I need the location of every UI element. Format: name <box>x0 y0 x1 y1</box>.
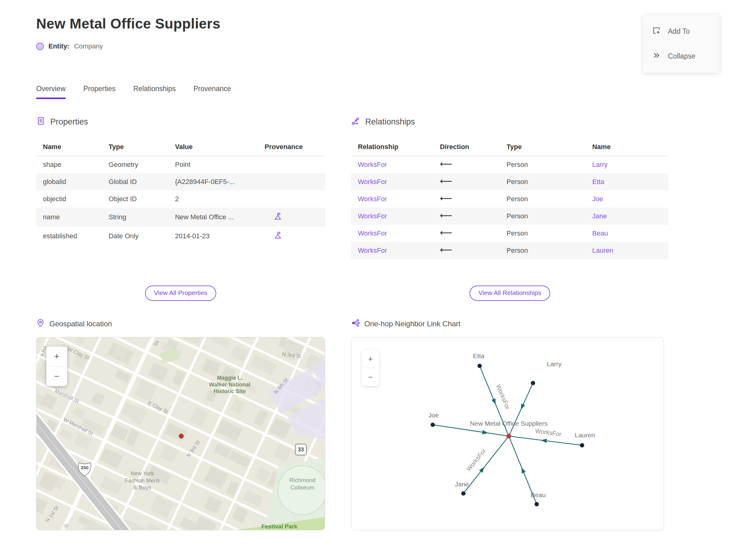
entity-type-value: Company <box>74 42 103 50</box>
tab-relationships[interactable]: Relationships <box>133 85 176 99</box>
chart-node-label: Joe <box>428 412 439 419</box>
map-label: Fashion Mens <box>125 478 159 484</box>
chart-node[interactable] <box>461 491 466 496</box>
entity-type-icon <box>36 43 44 50</box>
entity-type-cell: Person <box>504 156 589 174</box>
property-type: Date Only <box>105 227 172 246</box>
entity-type-cell: Person <box>504 173 589 190</box>
link-chart[interactable]: + − WorksForWorksForWorksForEttaLarryJoe… <box>351 337 664 530</box>
relationship-type-link[interactable]: WorksFor <box>358 212 387 220</box>
property-name: established <box>36 227 105 246</box>
entity-type-cell: Person <box>504 190 589 208</box>
entity-name-link[interactable]: Jane <box>592 212 607 220</box>
entity-type-cell: Person <box>504 242 589 259</box>
chart-edge-label: WorksFor <box>495 383 511 410</box>
map-zoom-out-button[interactable]: − <box>46 366 67 386</box>
map-pin-icon <box>36 319 45 329</box>
property-row: shapeGeometryPoint <box>36 156 325 174</box>
relationships-table: RelationshipDirectionTypeName WorksFor⟵P… <box>351 139 669 259</box>
property-provenance[interactable] <box>262 208 325 227</box>
map-zoom-in-button[interactable]: + <box>46 347 67 366</box>
map-label: Festival Park <box>261 523 297 530</box>
property-row: nameStringNew Metal Office ... <box>36 208 325 227</box>
map[interactable]: + − 25033k RdW Clay StSaN 3rd StN 4th St… <box>36 337 325 530</box>
link-chart-zoom-in-button[interactable]: + <box>362 350 379 368</box>
map-label: Coliseum <box>290 484 314 491</box>
entity-name-link[interactable]: Etta <box>592 178 604 186</box>
property-type: Global ID <box>105 173 172 190</box>
entity-name-link[interactable]: Joe <box>592 195 603 203</box>
column-header: Value <box>172 139 262 156</box>
entity-name-link[interactable]: Beau <box>592 229 608 237</box>
chart-node[interactable] <box>535 502 539 506</box>
action-panel: Add ToCollapse <box>643 15 720 73</box>
chart-node[interactable] <box>431 423 435 427</box>
property-name: globalid <box>36 173 105 190</box>
link-chart-icon <box>351 319 360 329</box>
property-provenance <box>262 156 325 174</box>
tab-properties[interactable]: Properties <box>83 85 116 99</box>
map-marker[interactable] <box>179 434 184 439</box>
page-header: New Metal Office Suppliers Entity: Compa… <box>0 0 736 50</box>
property-row: establishedDate Only2014-01-23 <box>36 227 325 246</box>
relationship-type-link[interactable]: WorksFor <box>358 247 387 254</box>
column-header: Type <box>504 139 589 156</box>
chart-edge-arrow <box>492 398 498 405</box>
property-type: Geometry <box>105 156 172 174</box>
property-name: objectid <box>36 190 105 208</box>
add-to-button[interactable]: Add To <box>643 19 720 44</box>
direction-arrow: ⟵ <box>440 193 452 203</box>
link-chart-zoom-out-button[interactable]: − <box>362 368 379 386</box>
property-row: globalidGlobal ID{A228944F-0EF5-... <box>36 173 325 190</box>
property-name: shape <box>36 156 105 174</box>
relationship-row: WorksFor⟵PersonJane <box>351 208 669 225</box>
chart-node[interactable] <box>580 443 584 447</box>
map-label: New York <box>131 470 154 477</box>
link-chart-section: One-hop Neighbor Link Chart + − WorksFor… <box>351 319 669 530</box>
property-type: String <box>105 208 172 227</box>
column-header: Direction <box>437 139 503 156</box>
relationship-type-link[interactable]: WorksFor <box>358 229 387 237</box>
link-chart-canvas[interactable]: WorksForWorksForWorksForEttaLarryJoeLaur… <box>351 337 664 530</box>
chart-node-label: Etta <box>473 352 485 359</box>
tab-overview[interactable]: Overview <box>36 85 66 99</box>
provenance-flag-icon[interactable] <box>274 214 282 222</box>
view-all-relationships-button[interactable]: View All Relationships <box>470 286 550 301</box>
relationships-section: Relationships RelationshipDirectionTypeN… <box>351 116 669 282</box>
map-zoom-control: + − <box>46 347 67 386</box>
property-value: New Metal Office ... <box>172 208 262 227</box>
relationship-type-link[interactable]: WorksFor <box>358 195 387 203</box>
map-canvas[interactable]: 25033k RdW Clay StSaN 3rd StN 4th StMagg… <box>36 337 325 530</box>
tab-bar: OverviewPropertiesRelationshipsProvenanc… <box>36 85 736 99</box>
relationships-icon <box>351 116 360 128</box>
relationship-row: WorksFor⟵PersonBeau <box>351 225 669 242</box>
column-header: Provenance <box>262 139 325 156</box>
svg-text:33: 33 <box>298 447 304 453</box>
chart-node-label: Jane <box>455 481 469 488</box>
direction-arrow: ⟵ <box>440 228 452 238</box>
relationship-row: WorksFor⟵PersonLarry <box>351 156 669 174</box>
chart-node[interactable] <box>531 381 535 385</box>
entity-name-link[interactable]: Lauren <box>592 247 613 254</box>
tab-provenance[interactable]: Provenance <box>194 85 231 99</box>
view-all-properties-button[interactable]: View All Properties <box>145 286 217 301</box>
geospatial-section-title: Geospatial location <box>36 319 325 329</box>
properties-table: NameTypeValueProvenance shapeGeometryPoi… <box>36 139 325 246</box>
property-type: Object ID <box>105 190 172 208</box>
direction-arrow: ⟵ <box>440 210 452 221</box>
relationship-type-link[interactable]: WorksFor <box>358 161 387 168</box>
column-header: Name <box>589 139 669 156</box>
relationship-row: WorksFor⟵PersonEtta <box>351 173 669 190</box>
chart-node[interactable] <box>477 364 482 368</box>
map-label: & Boys <box>133 485 151 491</box>
provenance-flag-icon[interactable] <box>274 233 282 241</box>
relationship-row: WorksFor⟵PersonJoe <box>351 190 669 208</box>
direction-arrow: ⟵ <box>440 159 452 169</box>
chart-center-node[interactable] <box>507 434 511 439</box>
collapse-button[interactable]: Collapse <box>643 44 720 69</box>
property-provenance[interactable] <box>262 227 325 246</box>
relationship-type-link[interactable]: WorksFor <box>358 178 387 186</box>
entity-name-link[interactable]: Larry <box>592 161 608 168</box>
relationship-row: WorksFor⟵PersonLauren <box>351 242 669 259</box>
direction-arrow: ⟵ <box>440 245 452 255</box>
